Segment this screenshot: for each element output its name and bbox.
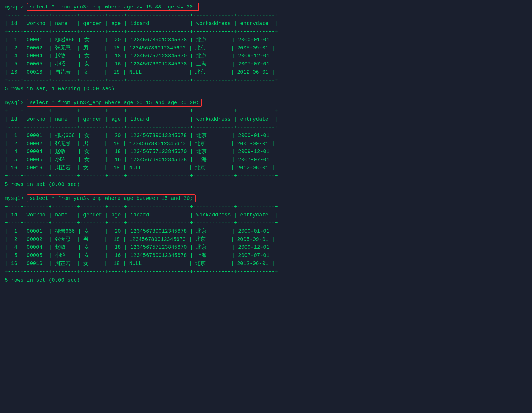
table-row: | 16 | 00016 | 周芷若 | 女 | 18 | NULL | 北京 …	[5, 68, 527, 76]
table-row: | 1 | 00001 | 柳岩666 | 女 | 20 | 123456789…	[5, 36, 527, 44]
sql-query-1: select * from yun3k_emp where age >= 15 …	[27, 3, 199, 11]
prompt-line-3: mysql> select * from yun3k_emp where age…	[5, 194, 527, 202]
table-row: | 5 | 00005 | 小昭 | 女 | 16 | 123456769012…	[5, 252, 527, 260]
top-separator-1: +----+--------+--------+--------+-----+-…	[5, 12, 527, 20]
table-row: | 4 | 00004 | 赵敏 | 女 | 18 | 123456757123…	[5, 52, 527, 60]
bottom-separator-1: +----+--------+--------+--------+-----+-…	[5, 76, 527, 85]
top-separator-3: +----+--------+--------+--------+-----+-…	[5, 203, 527, 211]
table-output-3: +----+--------+--------+--------+-----+-…	[5, 203, 527, 276]
mysql-prompt-3: mysql>	[5, 195, 27, 201]
prompt-line-2: mysql> select * from yun3k_emp where age…	[5, 99, 527, 107]
mysql-prompt-1: mysql>	[5, 4, 27, 10]
header-separator-3: +----+--------+--------+--------+-----+-…	[5, 219, 527, 227]
table-row: | 4 | 00004 | 赵敏 | 女 | 18 | 123456757123…	[5, 148, 527, 156]
table-row: | 5 | 00005 | 小昭 | 女 | 16 | 123456769012…	[5, 60, 527, 68]
table-row: | 16 | 00016 | 周芷若 | 女 | 18 | NULL | 北京 …	[5, 260, 527, 268]
bottom-separator-3: +----+--------+--------+--------+-----+-…	[5, 268, 527, 276]
table-header-2: | id | workno | name | gender | age | id…	[5, 115, 527, 124]
sql-query-2: select * from yun3k_emp where age >= 15 …	[27, 99, 202, 107]
table-row: | 4 | 00004 | 赵敏 | 女 | 18 | 123456757123…	[5, 243, 527, 252]
top-separator-2: +----+--------+--------+--------+-----+-…	[5, 107, 527, 115]
table-output-2: +----+--------+--------+--------+-----+-…	[5, 107, 527, 180]
prompt-line-1: mysql> select * from yun3k_emp where age…	[5, 3, 527, 11]
table-row: | 2 | 00002 | 张无忌 | 男 | 18 | 12345678901…	[5, 236, 527, 244]
header-separator-1: +----+--------+--------+--------+-----+-…	[5, 28, 527, 36]
table-header-3: | id | workno | name | gender | age | id…	[5, 211, 527, 219]
result-line-1: 5 rows in set, 1 warning (0.00 sec)	[5, 86, 527, 92]
sql-block-1: mysql> select * from yun3k_emp where age…	[5, 3, 527, 92]
terminal: mysql> select * from yun3k_emp where age…	[5, 3, 527, 283]
sql-block-2: mysql> select * from yun3k_emp where age…	[5, 99, 527, 187]
sql-block-3: mysql> select * from yun3k_emp where age…	[5, 194, 527, 283]
result-line-3: 5 rows in set (0.00 sec)	[5, 277, 527, 283]
table-row: | 5 | 00005 | 小昭 | 女 | 16 | 123456769012…	[5, 156, 527, 164]
header-separator-2: +----+--------+--------+--------+-----+-…	[5, 124, 527, 132]
table-row: | 1 | 00001 | 柳岩666 | 女 | 20 | 123456789…	[5, 227, 527, 236]
table-header-1: | id | workno | name | gender | age | id…	[5, 20, 527, 28]
result-line-2: 5 rows in set (0.00 sec)	[5, 181, 527, 187]
sql-query-3: select * from yun3k_emp where age betwee…	[27, 194, 196, 202]
table-row: | 1 | 00001 | 柳岩666 | 女 | 20 | 123456789…	[5, 132, 527, 140]
bottom-separator-2: +----+--------+--------+--------+-----+-…	[5, 172, 527, 180]
table-row: | 2 | 00002 | 张无忌 | 男 | 18 | 12345678901…	[5, 44, 527, 52]
mysql-prompt-2: mysql>	[5, 100, 27, 106]
table-row: | 16 | 00016 | 周芷若 | 女 | 18 | NULL | 北京 …	[5, 164, 527, 172]
table-row: | 2 | 00002 | 张无忌 | 男 | 18 | 12345678901…	[5, 140, 527, 148]
table-output-1: +----+--------+--------+--------+-----+-…	[5, 12, 527, 85]
